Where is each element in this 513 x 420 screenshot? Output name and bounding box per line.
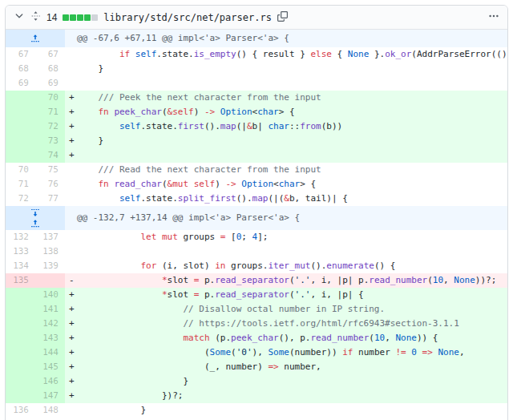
old-line-number[interactable]	[6, 288, 35, 302]
code-line: + }	[65, 374, 507, 389]
new-line-number[interactable]: 69	[35, 76, 65, 91]
new-line-number[interactable]: 138	[35, 244, 65, 259]
new-line-number[interactable]: 76	[35, 177, 65, 192]
old-line-number[interactable]: 135	[6, 273, 35, 288]
code-token: ];	[257, 232, 268, 242]
new-line-number[interactable]: 71	[35, 105, 65, 119]
code-token: (	[289, 275, 295, 285]
diff-sign-marker: +	[65, 302, 77, 317]
old-line-number[interactable]	[6, 374, 35, 389]
code-token: &mut self	[168, 179, 216, 189]
new-line-number[interactable]: 68	[35, 62, 65, 76]
old-line-number[interactable]	[6, 91, 35, 105]
new-line-number[interactable]: 142	[35, 317, 65, 331]
new-line-number[interactable]: 144	[35, 345, 65, 360]
old-line-number[interactable]	[6, 302, 35, 317]
expand-up-button[interactable]	[30, 218, 40, 229]
code-token: read_separator	[215, 275, 289, 285]
code-token: (	[369, 333, 374, 343]
new-line-number[interactable]: 137	[35, 230, 65, 244]
file-options-button[interactable]	[488, 10, 499, 24]
new-line-number[interactable]: 67	[35, 47, 65, 62]
code-token: [	[225, 232, 236, 242]
code-token	[77, 232, 140, 242]
old-line-number[interactable]: 69	[6, 76, 35, 91]
code-token: self	[119, 121, 141, 131]
code-token: ))?;	[475, 275, 497, 285]
old-line-number[interactable]	[6, 148, 35, 163]
code-line: + *slot = p.read_separator('.', i, |p| {	[65, 288, 507, 302]
new-line-number[interactable]: 74	[35, 148, 65, 163]
new-line-number[interactable]: 139	[35, 259, 65, 273]
code-line: let mut groups = [0; 4];	[65, 230, 507, 244]
new-line-number[interactable]: 148	[35, 403, 65, 418]
old-line-number[interactable]	[6, 389, 35, 403]
new-line-number[interactable]: 146	[35, 374, 65, 389]
diff-row-add: 144+ (Some('0'), Some(number)) if number…	[6, 345, 507, 360]
new-line-number[interactable]: 141	[35, 302, 65, 317]
code-line: + match (p.peek_char(), p.read_number(10…	[65, 331, 507, 345]
code-token: (number))	[289, 347, 342, 357]
code-token: *	[162, 275, 168, 285]
diff-sign-marker: +	[65, 345, 77, 360]
old-line-number[interactable]	[6, 134, 35, 148]
code-token: else	[310, 49, 332, 59]
code-token: }	[77, 376, 188, 386]
diff-row-add: 140+ *slot = p.read_separator('.', i, |p…	[6, 288, 507, 302]
new-line-number[interactable]: 73	[35, 134, 65, 148]
code-token: (|(	[268, 193, 284, 204]
code-line: }	[65, 62, 507, 76]
diff-row-context: 7176 fn read_char(&mut self) -> Option<c…	[6, 177, 507, 192]
code-token: slot	[168, 289, 194, 300]
code-line: }	[65, 403, 507, 418]
file-diff-card: 14 library/std/src/net/parser.rs @@ -67,…	[5, 5, 508, 420]
old-line-number[interactable]: 70	[6, 163, 35, 177]
new-line-number[interactable]: 77	[35, 192, 65, 206]
old-line-number[interactable]: 133	[6, 244, 35, 259]
code-token: () { result }	[236, 49, 311, 59]
file-path-link[interactable]: library/std/src/net/parser.rs	[103, 12, 272, 23]
new-line-number[interactable]: 143	[35, 331, 65, 345]
code-line: + })?;	[65, 389, 507, 403]
old-line-number[interactable]	[6, 317, 35, 331]
old-line-number[interactable]: 71	[6, 177, 35, 192]
code-token: , i, |p| {	[310, 289, 363, 300]
diff-row-add: 143+ match (p.peek_char(), p.read_number…	[6, 331, 507, 345]
expand-all-button[interactable]	[30, 10, 41, 24]
code-token: &self	[168, 107, 194, 117]
old-line-number[interactable]: 132	[6, 230, 35, 244]
code-token: map	[252, 193, 269, 204]
code-token: 10	[374, 333, 385, 343]
code-token: None	[395, 333, 417, 343]
kebab-horizontal-icon	[488, 10, 499, 24]
new-line-number[interactable]: 147	[35, 389, 65, 403]
old-line-number[interactable]: 72	[6, 192, 35, 206]
expand-down-button[interactable]	[30, 207, 40, 218]
code-token: '0'	[236, 347, 252, 357]
old-line-number[interactable]	[6, 105, 35, 119]
collapse-file-button[interactable]	[14, 10, 25, 24]
old-line-number[interactable]	[6, 360, 35, 374]
new-line-number[interactable]: 140	[35, 288, 65, 302]
old-line-number[interactable]: 68	[6, 62, 35, 76]
old-line-number[interactable]: 67	[6, 47, 35, 62]
code-token: {	[332, 49, 348, 59]
expand-up-button[interactable]	[30, 33, 40, 44]
copy-path-button[interactable]	[277, 11, 288, 24]
new-line-number[interactable]: 75	[35, 163, 65, 177]
code-token: fn	[99, 179, 109, 189]
old-line-number[interactable]: 136	[6, 403, 35, 418]
new-line-number[interactable]: 70	[35, 91, 65, 105]
diff-sign-marker: +	[65, 91, 77, 105]
old-line-number[interactable]	[6, 331, 35, 345]
new-line-number[interactable]: 72	[35, 119, 65, 134]
code-token: char	[257, 107, 279, 117]
new-line-number[interactable]	[35, 273, 65, 288]
old-line-number[interactable]: 134	[6, 259, 35, 273]
code-line	[65, 244, 507, 259]
file-header: 14 library/std/src/net/parser.rs	[6, 6, 507, 30]
new-line-number[interactable]: 145	[35, 360, 65, 374]
old-line-number[interactable]	[6, 119, 35, 134]
old-line-number[interactable]	[6, 345, 35, 360]
code-token	[156, 232, 162, 242]
